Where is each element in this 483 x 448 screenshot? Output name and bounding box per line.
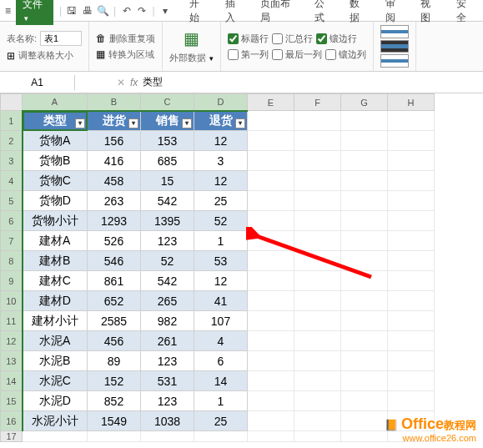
cell-empty[interactable] [294, 271, 341, 291]
cell-empty[interactable] [388, 331, 435, 351]
row-header-14[interactable]: 14 [1, 371, 23, 391]
cell-C9[interactable]: 542 [141, 271, 194, 291]
spreadsheet-grid[interactable]: ABCDEFGH1类型▾进货▾销售▾退货▾2货物A156153123货物B416… [0, 93, 483, 442]
cell-empty[interactable] [294, 131, 341, 151]
cell-C7[interactable]: 123 [141, 231, 194, 251]
table-header-1[interactable]: 进货▾ [88, 111, 141, 131]
cell-empty[interactable] [388, 151, 435, 171]
opt-last-col[interactable]: 最后一列 [272, 48, 322, 61]
cell-empty[interactable] [341, 431, 388, 442]
cell-empty[interactable] [341, 391, 388, 411]
cell-empty[interactable] [194, 431, 248, 442]
resize-table-button[interactable]: ⊞ 调整表格大小 [7, 49, 82, 62]
cell-A13[interactable]: 水泥B [23, 351, 88, 371]
save-icon[interactable]: 🖫 [64, 5, 80, 17]
cell-D6[interactable]: 52 [194, 211, 248, 231]
cell-empty[interactable] [88, 431, 141, 442]
cell-empty[interactable] [388, 251, 435, 271]
cell-A12[interactable]: 水泥A [23, 331, 88, 351]
cell-empty[interactable] [294, 151, 341, 171]
cell-B7[interactable]: 526 [88, 231, 141, 251]
cell-empty[interactable] [341, 131, 388, 151]
cell-empty[interactable] [294, 171, 341, 191]
cell-C10[interactable]: 265 [141, 291, 194, 311]
row-header-11[interactable]: 11 [1, 311, 23, 331]
cell-A16[interactable]: 水泥小计 [23, 411, 88, 431]
filter-icon[interactable]: ▾ [235, 118, 245, 128]
cell-B11[interactable]: 2585 [88, 311, 141, 331]
cell-empty[interactable] [248, 391, 294, 411]
cell-empty[interactable] [294, 211, 341, 231]
formula-value[interactable]: 类型 [143, 75, 163, 89]
opt-first-col[interactable]: 第一列 [228, 48, 269, 61]
filter-icon[interactable]: ▾ [182, 118, 192, 128]
select-all-corner[interactable] [1, 94, 23, 111]
cell-A5[interactable]: 货物D [23, 191, 88, 211]
cell-A9[interactable]: 建材C [23, 271, 88, 291]
table-header-3[interactable]: 退货▾ [194, 111, 248, 131]
tab-view[interactable]: 视图 [412, 0, 447, 28]
col-header-H[interactable]: H [388, 94, 435, 111]
cell-empty[interactable] [341, 171, 388, 191]
row-header-15[interactable]: 15 [1, 391, 23, 411]
cell-empty[interactable] [341, 411, 388, 431]
cell-C15[interactable]: 123 [141, 391, 194, 411]
opt-banded-row[interactable]: 镶边行 [316, 33, 357, 45]
cell-D9[interactable]: 12 [194, 271, 248, 291]
cell-A6[interactable]: 货物小计 [23, 211, 88, 231]
cell-empty[interactable] [294, 411, 341, 431]
col-header-G[interactable]: G [341, 94, 388, 111]
row-header-3[interactable]: 3 [1, 151, 23, 171]
row-header-12[interactable]: 12 [1, 331, 23, 351]
cell-empty[interactable] [248, 211, 294, 231]
col-header-D[interactable]: D [194, 94, 248, 111]
cell-empty[interactable] [341, 271, 388, 291]
table-name-input[interactable] [40, 31, 82, 46]
cell-empty[interactable] [388, 311, 435, 331]
cell-empty[interactable] [248, 151, 294, 171]
name-box[interactable]: A1 [0, 75, 75, 90]
cell-empty[interactable] [294, 291, 341, 311]
cell-D11[interactable]: 107 [194, 311, 248, 331]
col-header-F[interactable]: F [294, 94, 341, 111]
fx-icon[interactable]: fx [130, 77, 138, 88]
cell-empty[interactable] [341, 371, 388, 391]
cell-C6[interactable]: 1395 [141, 211, 194, 231]
cell-C4[interactable]: 15 [141, 171, 194, 191]
cell-empty[interactable] [341, 311, 388, 331]
cell-C2[interactable]: 153 [141, 131, 194, 151]
cell-empty[interactable] [248, 271, 294, 291]
cell-B12[interactable]: 456 [88, 331, 141, 351]
cell-empty[interactable] [388, 111, 435, 131]
cell-C14[interactable]: 531 [141, 371, 194, 391]
opt-banded-col[interactable]: 镶边列 [325, 48, 366, 61]
cell-B8[interactable]: 546 [88, 251, 141, 271]
cell-C5[interactable]: 542 [141, 191, 194, 211]
cell-empty[interactable] [294, 251, 341, 271]
opt-header-row[interactable]: 标题行 [228, 33, 269, 45]
cell-D10[interactable]: 41 [194, 291, 248, 311]
cell-C13[interactable]: 123 [141, 351, 194, 371]
cell-empty[interactable] [248, 291, 294, 311]
cell-empty[interactable] [248, 431, 294, 442]
row-header-2[interactable]: 2 [1, 131, 23, 151]
print-icon[interactable]: 🖶 [80, 5, 96, 17]
col-header-C[interactable]: C [141, 94, 194, 111]
row-header-8[interactable]: 8 [1, 251, 23, 271]
cell-empty[interactable] [294, 391, 341, 411]
cell-empty[interactable] [388, 351, 435, 371]
cell-empty[interactable] [388, 391, 435, 411]
cell-D16[interactable]: 25 [194, 411, 248, 431]
tab-security[interactable]: 安全 [448, 0, 483, 28]
remove-duplicates-button[interactable]: 🗑 删除重复项 [96, 33, 155, 45]
cell-D8[interactable]: 53 [194, 251, 248, 271]
cell-empty[interactable] [294, 191, 341, 211]
cell-empty[interactable] [248, 171, 294, 191]
cell-empty[interactable] [388, 211, 435, 231]
cell-D15[interactable]: 1 [194, 391, 248, 411]
table-header-0[interactable]: 类型▾ [23, 111, 88, 131]
cell-A11[interactable]: 建材小计 [23, 311, 88, 331]
row-header-6[interactable]: 6 [1, 211, 23, 231]
cell-B15[interactable]: 852 [88, 391, 141, 411]
cancel-icon[interactable]: ✕ [117, 77, 125, 88]
